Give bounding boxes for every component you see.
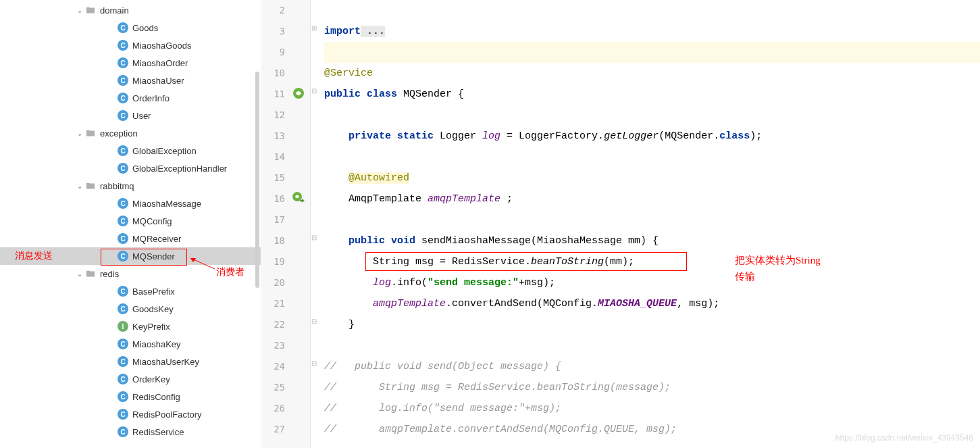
- tree-item-orderinfo[interactable]: COrderInfo: [0, 89, 261, 107]
- class-icon: C: [118, 374, 128, 384]
- code-line: amqpTemplate.convertAndSend(MQConfig.MIA…: [324, 293, 980, 314]
- tree-folder-domain[interactable]: ⌄ domain: [0, 1, 261, 19]
- tree-item-miaoshamessage[interactable]: CMiaoshaMessage: [0, 195, 261, 212]
- code-line: import ...: [324, 21, 980, 42]
- folder-icon: [85, 128, 96, 139]
- tree-item-mqreceiver[interactable]: CMQReceiver: [0, 230, 261, 247]
- code-line: // String msg = RedisService.beanToStrin…: [324, 377, 980, 398]
- class-icon: C: [118, 251, 128, 262]
- tree-label: MQSender: [132, 251, 175, 262]
- folder-icon: [85, 5, 96, 16]
- tree-label: OrderKey: [132, 374, 170, 384]
- tree-label: GlobalException: [132, 146, 197, 156]
- annotation-label: 传输: [735, 270, 755, 283]
- tree-label: MiaoshaKey: [132, 339, 181, 349]
- watermark: https://blog.csdn.net/weixin_43943548: [835, 433, 973, 443]
- tree-item-user[interactable]: CUser: [0, 107, 261, 124]
- fold-collapse-icon[interactable]: ⊟: [311, 234, 317, 241]
- line-number: 23: [261, 335, 285, 356]
- tree-item-miaoshaorder[interactable]: CMiaoshaOrder: [0, 54, 261, 72]
- line-number: 20: [261, 272, 285, 293]
- line-number: 11: [261, 84, 285, 105]
- tree-item-miaoshauserkey[interactable]: CMiaoshaUserKey: [0, 353, 261, 370]
- scrollbar[interactable]: [255, 72, 259, 288]
- class-icon: C: [118, 303, 128, 314]
- tree-label: rabbitmq: [100, 181, 134, 191]
- code-line: [324, 105, 980, 126]
- tree-label: MiaoshaUser: [132, 76, 184, 86]
- class-icon: C: [118, 163, 128, 174]
- project-tree[interactable]: ⌄ domain CGoodsCMiaoshaGoodsCMiaoshaOrde…: [0, 0, 261, 448]
- fold-column[interactable]: ⊞ ⊟ ⊟ ⊟ ⊟: [311, 0, 320, 448]
- class-icon: C: [118, 339, 128, 349]
- tree-label: OrderInfo: [132, 93, 170, 103]
- class-icon: C: [118, 198, 128, 209]
- fold-collapse-icon[interactable]: ⊟: [311, 318, 317, 325]
- tree-item-redisservice[interactable]: CRedisService: [0, 423, 261, 441]
- chevron-down-icon: ⌄: [74, 182, 85, 190]
- code-line: [324, 335, 980, 356]
- code-line: [324, 147, 980, 168]
- line-number: 3: [261, 21, 285, 42]
- code-line-caret: [324, 42, 980, 63]
- tree-item-miaoshauser[interactable]: CMiaoshaUser: [0, 72, 261, 89]
- code-line: private static Logger log = LoggerFactor…: [324, 126, 980, 147]
- tree-label: MQConfig: [132, 216, 172, 226]
- chevron-down-icon: ⌄: [74, 7, 85, 14]
- annotation-label: 把实体类转为String: [735, 254, 821, 267]
- tree-item-redisconfig[interactable]: CRedisConfig: [0, 388, 261, 405]
- tree-label: MiaoshaGoods: [132, 41, 191, 51]
- tree-item-globalexceptionhandler[interactable]: CGlobalExceptionHandler: [0, 159, 261, 177]
- tree-label: redis: [100, 269, 119, 279]
- line-number: 17: [261, 209, 285, 230]
- spring-bean-icon[interactable]: [292, 86, 305, 100]
- tree-item-goods[interactable]: CGoods: [0, 19, 261, 36]
- arrow-icon: [188, 255, 217, 272]
- tree-label: MiaoshaMessage: [132, 199, 201, 209]
- folder-icon: [85, 180, 96, 191]
- class-icon: C: [118, 391, 128, 402]
- gutter: 239101112131415161718192021222324252627: [261, 0, 311, 448]
- tree-label: RedisPoolFactory: [132, 409, 202, 420]
- code-line: // public void send(Object message) {: [324, 356, 980, 377]
- folder-icon: [85, 268, 96, 279]
- annotation-label: 消息发送: [15, 250, 53, 262]
- tree-folder-rabbitmq[interactable]: ⌄ rabbitmq: [0, 177, 261, 195]
- tree-item-redispoolfactory[interactable]: CRedisPoolFactory: [0, 405, 261, 423]
- fold-collapse-icon[interactable]: ⊟: [311, 87, 317, 95]
- spring-bean-nav-icon[interactable]: [292, 191, 305, 205]
- tree-item-keyprefix[interactable]: IKeyPrefix: [0, 318, 261, 335]
- tree-label: Goods: [132, 23, 158, 33]
- annotation-label: 消费者: [216, 266, 244, 278]
- fold-collapse-icon[interactable]: ⊟: [311, 359, 317, 367]
- tree-label: MQReceiver: [132, 234, 181, 244]
- tree-label: RedisConfig: [132, 392, 180, 402]
- tree-item-mqconfig[interactable]: CMQConfig: [0, 212, 261, 230]
- tree-label: BasePrefix: [132, 287, 175, 297]
- code-line: public class MQSender {: [324, 84, 980, 105]
- fold-expand-icon[interactable]: ⊞: [311, 24, 317, 32]
- code-line: public void sendMiaoshaMessage(MiaoshaMe…: [324, 230, 980, 251]
- line-number: 18: [261, 230, 285, 251]
- class-icon: C: [118, 216, 128, 226]
- tree-item-globalexception[interactable]: CGlobalException: [0, 142, 261, 159]
- line-number: 12: [261, 105, 285, 126]
- code-editor[interactable]: import ... @Service public class MQSende…: [320, 0, 980, 448]
- class-icon: C: [118, 93, 128, 103]
- tree-item-miaoshagoods[interactable]: CMiaoshaGoods: [0, 36, 261, 54]
- line-number: 25: [261, 377, 285, 398]
- class-icon: C: [118, 22, 128, 33]
- tree-folder-exception[interactable]: ⌄ exception: [0, 124, 261, 142]
- tree-item-baseprefix[interactable]: CBasePrefix: [0, 282, 261, 300]
- line-number: 16: [261, 189, 285, 209]
- tree-item-goodskey[interactable]: CGoodsKey: [0, 300, 261, 318]
- code-line: log.info("send message:"+msg);: [324, 272, 980, 293]
- class-icon: C: [118, 409, 128, 420]
- tree-item-orderkey[interactable]: COrderKey: [0, 370, 261, 388]
- line-number: 13: [261, 126, 285, 147]
- tree-label: GoodsKey: [132, 304, 174, 314]
- gutter-icons: [290, 0, 311, 448]
- line-number: 9: [261, 42, 285, 63]
- tree-item-miaoshakey[interactable]: CMiaoshaKey: [0, 335, 261, 353]
- class-icon: C: [118, 145, 128, 156]
